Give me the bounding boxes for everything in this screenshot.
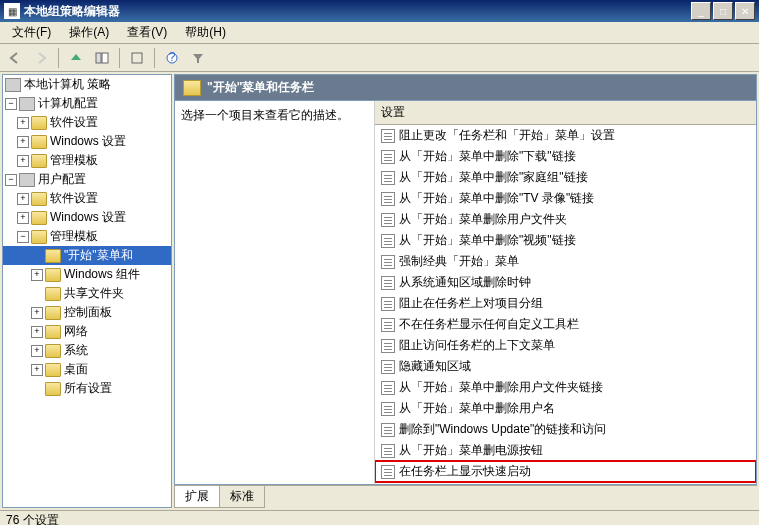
tree-windows-components[interactable]: +Windows 组件 — [3, 265, 171, 284]
folder-icon — [31, 192, 47, 206]
list-item[interactable]: 从系统通知区域删除时钟 — [375, 272, 756, 293]
list-item[interactable]: 在任务栏上显示快速启动 — [375, 461, 756, 482]
collapse-icon[interactable]: − — [5, 98, 17, 110]
expand-icon[interactable]: + — [31, 326, 43, 338]
expand-icon[interactable]: + — [31, 345, 43, 357]
list-item[interactable]: 从「开始」菜单中删除"视频"链接 — [375, 230, 756, 251]
title-bar: ▦ 本地组策略编辑器 _ □ ✕ — [0, 0, 759, 22]
menu-action[interactable]: 操作(A) — [61, 22, 117, 43]
tree-windows-settings[interactable]: +Windows 设置 — [3, 132, 171, 151]
folder-icon — [31, 230, 47, 244]
list-item[interactable]: 强制经典「开始」菜单 — [375, 251, 756, 272]
tree-computer-config[interactable]: −计算机配置 — [3, 94, 171, 113]
list-item[interactable]: 从「开始」菜单中删除"移除 PC"按钮 — [375, 482, 756, 484]
refresh-button[interactable] — [126, 47, 148, 69]
expand-icon[interactable]: + — [17, 117, 29, 129]
list-item-label: 从「开始」菜单删除用户文件夹 — [399, 211, 567, 228]
folder-icon — [45, 363, 61, 377]
expand-icon[interactable]: + — [31, 364, 43, 376]
tree-all-settings[interactable]: 所有设置 — [3, 379, 171, 398]
list-item[interactable]: 删除到"Windows Update"的链接和访问 — [375, 419, 756, 440]
tab-extended[interactable]: 扩展 — [174, 486, 220, 508]
view-tabs: 扩展 标准 — [174, 485, 757, 508]
menu-file[interactable]: 文件(F) — [4, 22, 59, 43]
tree-shared-folders[interactable]: 共享文件夹 — [3, 284, 171, 303]
column-header-settings[interactable]: 设置 — [375, 101, 756, 125]
svg-text:?: ? — [169, 51, 176, 64]
list-item[interactable]: 从「开始」菜单中删除用户文件夹链接 — [375, 377, 756, 398]
folder-icon — [31, 154, 47, 168]
tree-label: 用户配置 — [38, 171, 86, 188]
help-button[interactable]: ? — [161, 47, 183, 69]
tree-network[interactable]: +网络 — [3, 322, 171, 341]
tree-user-config[interactable]: −用户配置 — [3, 170, 171, 189]
expand-icon[interactable]: + — [17, 136, 29, 148]
tree-label: 共享文件夹 — [64, 285, 124, 302]
tree-software-settings2[interactable]: +软件设置 — [3, 189, 171, 208]
menu-view[interactable]: 查看(V) — [119, 22, 175, 43]
tree-windows-settings2[interactable]: +Windows 设置 — [3, 208, 171, 227]
forward-button[interactable] — [30, 47, 52, 69]
expand-icon[interactable]: + — [17, 155, 29, 167]
tab-standard[interactable]: 标准 — [219, 486, 265, 508]
svg-rect-0 — [96, 53, 101, 63]
back-button[interactable] — [4, 47, 26, 69]
show-hide-tree-button[interactable] — [91, 47, 113, 69]
folder-icon — [45, 344, 61, 358]
list-item[interactable]: 阻止在任务栏上对项目分组 — [375, 293, 756, 314]
list-item-label: 从「开始」菜单中删除用户文件夹链接 — [399, 379, 603, 396]
tree-admin-templates2[interactable]: −管理模板 — [3, 227, 171, 246]
content-header: "开始"菜单和任务栏 — [174, 74, 757, 100]
list-item[interactable]: 阻止更改「任务栏和「开始」菜单」设置 — [375, 125, 756, 146]
folder-icon — [45, 382, 61, 396]
list-item[interactable]: 不在任务栏显示任何自定义工具栏 — [375, 314, 756, 335]
policy-icon — [381, 171, 395, 185]
minimize-button[interactable]: _ — [691, 2, 711, 20]
expand-icon[interactable]: + — [31, 269, 43, 281]
expand-icon[interactable]: + — [17, 193, 29, 205]
tree-label: 所有设置 — [64, 380, 112, 397]
list-item[interactable]: 从「开始」菜单删除用户文件夹 — [375, 209, 756, 230]
tree-control-panel[interactable]: +控制面板 — [3, 303, 171, 322]
list-item[interactable]: 从「开始」菜单中删除"TV 录像"链接 — [375, 188, 756, 209]
tree-software-settings[interactable]: +软件设置 — [3, 113, 171, 132]
app-icon: ▦ — [4, 3, 20, 19]
expand-icon[interactable]: + — [17, 212, 29, 224]
tree-desktop[interactable]: +桌面 — [3, 360, 171, 379]
filter-button[interactable] — [187, 47, 209, 69]
policy-icon — [381, 276, 395, 290]
menu-help[interactable]: 帮助(H) — [177, 22, 234, 43]
tree-admin-templates[interactable]: +管理模板 — [3, 151, 171, 170]
tree-label: Windows 设置 — [50, 209, 126, 226]
list-item-label: 删除到"Windows Update"的链接和访问 — [399, 421, 606, 438]
list-item[interactable]: 从「开始」菜单中删除"下载"链接 — [375, 146, 756, 167]
list-item-label: 从「开始」菜单中删除"视频"链接 — [399, 232, 576, 249]
tree-system[interactable]: +系统 — [3, 341, 171, 360]
svg-rect-1 — [102, 53, 108, 63]
status-text: 76 个设置 — [6, 513, 59, 525]
tree-label: 控制面板 — [64, 304, 112, 321]
tree-start-menu[interactable]: "开始"菜单和 — [3, 246, 171, 265]
list-item[interactable]: 从「开始」菜单删电源按钮 — [375, 440, 756, 461]
settings-list[interactable]: 设置 阻止更改「任务栏和「开始」菜单」设置从「开始」菜单中删除"下载"链接从「开… — [375, 101, 756, 484]
up-button[interactable] — [65, 47, 87, 69]
tree-label: 系统 — [64, 342, 88, 359]
tree-label: 管理模板 — [50, 228, 98, 245]
tree-root[interactable]: 本地计算机 策略 — [3, 75, 171, 94]
list-item[interactable]: 从「开始」菜单中删除用户名 — [375, 398, 756, 419]
collapse-icon[interactable]: − — [5, 174, 17, 186]
list-item-label: 不在任务栏显示任何自定义工具栏 — [399, 316, 579, 333]
close-button[interactable]: ✕ — [735, 2, 755, 20]
maximize-button[interactable]: □ — [713, 2, 733, 20]
expand-icon[interactable]: + — [31, 307, 43, 319]
collapse-icon[interactable]: − — [17, 231, 29, 243]
list-item[interactable]: 阻止访问任务栏的上下文菜单 — [375, 335, 756, 356]
list-item[interactable]: 从「开始」菜单中删除"家庭组"链接 — [375, 167, 756, 188]
tree-label: 桌面 — [64, 361, 88, 378]
window-title: 本地组策略编辑器 — [24, 3, 691, 20]
list-item-label: 从「开始」菜单中删除"下载"链接 — [399, 148, 576, 165]
tree-panel[interactable]: 本地计算机 策略 −计算机配置 +软件设置 +Windows 设置 +管理模板 … — [2, 74, 172, 508]
folder-icon — [31, 211, 47, 225]
list-item[interactable]: 隐藏通知区域 — [375, 356, 756, 377]
policy-icon — [381, 444, 395, 458]
